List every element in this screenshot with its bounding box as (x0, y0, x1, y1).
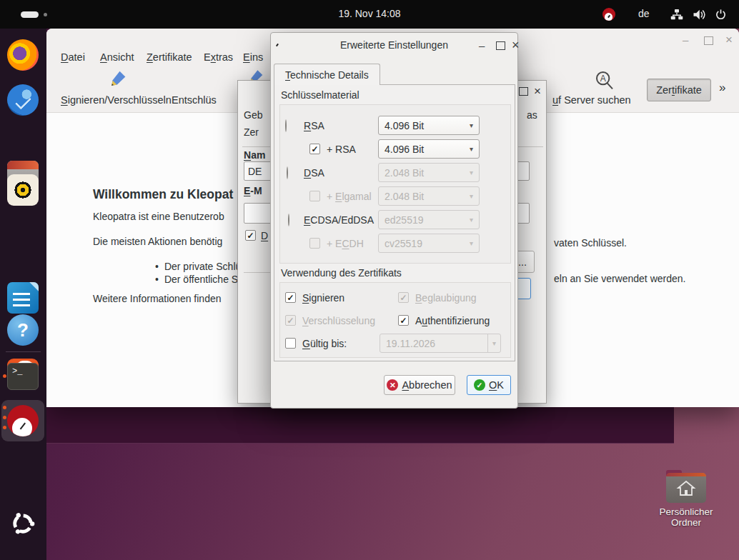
sign-checkbox[interactable]: ✓ (285, 292, 296, 303)
terminal-icon[interactable]: >_ (7, 363, 39, 390)
kleopatra-running-dot (3, 426, 6, 429)
certify-checkbox: ✓ (398, 292, 409, 303)
valid-until-label: Gültig bis: (302, 338, 347, 349)
bullet-icon: • (155, 261, 159, 272)
encrypt-label: Verschlüsselung (302, 315, 375, 326)
certificates-toggle-button[interactable]: Zertifikate (647, 79, 711, 101)
rsa-radio[interactable] (285, 119, 287, 132)
power-icon[interactable] (715, 9, 727, 21)
close-icon[interactable]: × (534, 85, 541, 97)
help-icon[interactable]: ? (7, 314, 39, 346)
divider (244, 272, 271, 273)
toolbar-search-server[interactable]: uf Server suchen (552, 94, 631, 106)
wizard-text-line2: Zer (244, 126, 259, 138)
chevron-down-icon: ▾ (470, 121, 473, 129)
welcome-line2: Die meisten Aktionen benötig (93, 236, 222, 247)
menu-einstellungen[interactable]: Eins (243, 51, 263, 63)
maximize-icon[interactable] (496, 41, 505, 51)
elgamal-bits-select: 2.048 Bit▾ (378, 186, 480, 206)
thunderbird-icon[interactable] (7, 84, 39, 116)
dsa-radio[interactable] (287, 166, 288, 179)
menu-ansicht[interactable]: Ansicht (100, 51, 134, 63)
clock[interactable]: 19. Nov 14:08 (0, 8, 739, 19)
wizard-text-line1-right: as (527, 109, 537, 121)
rsa-label: RSA (304, 120, 324, 131)
home-label-line1: Persönlicher (647, 506, 725, 517)
email-label: E-M (244, 185, 262, 196)
search-on-server-icon: A (592, 69, 616, 94)
close-icon[interactable]: × (512, 39, 520, 51)
ok-button[interactable]: ✓ OK (467, 375, 511, 395)
svg-text:A: A (600, 74, 606, 84)
background-window (46, 407, 674, 444)
firefox-icon[interactable] (7, 39, 39, 71)
close-icon[interactable]: × (725, 34, 733, 46)
chevron-down-icon: ▾ (470, 169, 473, 176)
plus-ecdh-checkbox: ✓ (309, 238, 320, 249)
dock-divider (6, 351, 41, 352)
plus-elgamal-label: + Elgamal (327, 191, 372, 202)
authenticate-checkbox[interactable]: ✓ (398, 315, 409, 326)
welcome-fragment-right1: vaten Schlüssel. (554, 237, 627, 249)
kleopatra-tray-icon[interactable] (602, 8, 615, 21)
top-bar: 19. Nov 14:08 de (0, 0, 739, 29)
kleopatra-active-highlight[interactable] (1, 400, 44, 441)
authenticate-label: Authentifizierung (415, 315, 490, 326)
advanced-settings-dialog: Erweiterte Einstellungen – × Technische … (270, 32, 518, 409)
kleopatra-dock-icon (7, 405, 39, 436)
plus-ecdh-label: + ECDH (327, 238, 364, 249)
name-label: Nam (244, 149, 265, 161)
ecdsa-label: ECDSA/EdDSA (304, 214, 374, 226)
chevron-down-icon: ▾ (470, 145, 473, 153)
kleopatra-running-dot (3, 416, 6, 419)
keyboard-layout-indicator[interactable]: de (638, 8, 650, 19)
volume-icon[interactable] (693, 9, 705, 21)
maximize-icon[interactable] (519, 86, 528, 97)
protect-key-checkbox[interactable]: ✓ (245, 230, 256, 241)
plus-rsa-label: + RSA (327, 144, 356, 155)
chevron-down-icon: ▾ (487, 334, 500, 352)
minimize-icon[interactable]: – (479, 40, 485, 51)
valid-until-checkbox[interactable]: ✓ (285, 338, 296, 349)
ecdsa-curve-select: ed25519▾ (378, 210, 480, 229)
valid-until-date-select: 19.11.2026 ▾ (380, 334, 501, 353)
section-key-material: Schlüsselmaterial (281, 89, 359, 101)
ecdh-curve-select: cv25519▾ (378, 234, 480, 253)
toolbar-decrypt-fragment[interactable]: Entschlüs (172, 94, 217, 106)
ubuntu-logo-icon[interactable] (10, 511, 36, 539)
kleopatra-running-dot (3, 406, 6, 409)
plus-rsa-bits-select[interactable]: 4.096 Bit▾ (378, 139, 480, 159)
welcome-fragment-right2: eln an Sie verwendet werden. (554, 273, 685, 284)
sign-encrypt-icon (109, 69, 129, 89)
home-folder-desktop-icon[interactable]: Persönlicher Ordner (647, 473, 725, 528)
ok-icon: ✓ (474, 379, 485, 391)
encrypt-checkbox: ✓ (285, 315, 296, 326)
menu-zertifikate[interactable]: Zertifikate (147, 51, 192, 63)
cancel-button[interactable]: ✕ Abbrechen (384, 375, 455, 395)
toolbar-sign-encrypt[interactable]: Signieren/Verschlüsseln (61, 94, 172, 106)
dock: A ? >_ ♻ (0, 29, 46, 560)
toolbar-overflow-chevron[interactable]: » (719, 81, 725, 95)
menu-datei[interactable]: Datei (61, 51, 85, 63)
minimize-icon[interactable]: – (683, 34, 688, 45)
section-usage: Verwendung des Zertifikats (281, 267, 402, 279)
home-label-line2: Ordner (647, 517, 725, 528)
maximize-icon[interactable] (704, 36, 713, 46)
welcome-line1: Kleopatra ist eine Benutzerob (93, 211, 224, 222)
plus-rsa-checkbox[interactable]: ✓ (309, 144, 320, 154)
certificates-label: Zertifikate (656, 84, 702, 96)
wizard-text-line1: Geb (244, 109, 262, 121)
rhythmbox-icon[interactable] (7, 174, 39, 206)
welcome-heading: Willkommen zu Kleopat (93, 187, 233, 202)
protect-key-label-fragment: D (261, 230, 268, 241)
network-icon[interactable] (670, 9, 683, 21)
ecdsa-radio[interactable] (288, 214, 289, 226)
libreoffice-writer-icon[interactable] (7, 282, 39, 314)
menu-extras[interactable]: Extras (204, 51, 233, 63)
terminal-running-dot (3, 374, 6, 378)
chevron-down-icon: ▾ (470, 192, 473, 200)
tab-technische-details[interactable]: Technische Details (274, 64, 380, 85)
bullet-icon: • (155, 274, 159, 285)
rsa-bits-select[interactable]: 4.096 Bit▾ (378, 116, 480, 135)
dsa-label: DSA (304, 167, 324, 179)
